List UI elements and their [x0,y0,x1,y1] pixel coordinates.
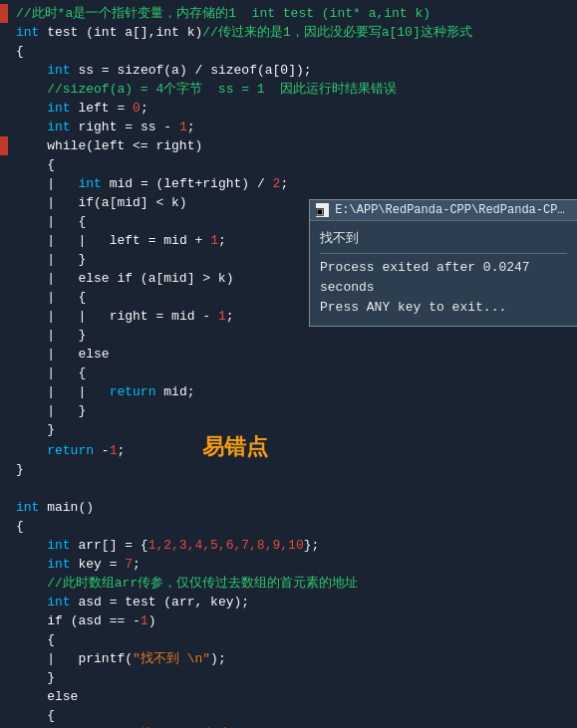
code-line: int asd = test (arr, key); [0,593,577,611]
code-line [0,479,577,498]
code-line: { [0,155,577,174]
line-text: | else [8,345,577,364]
line-text: if (asd == -1) [8,611,577,630]
line-gutter [0,231,8,250]
line-text: | } [8,401,577,420]
code-line: int left = 0; [0,99,577,118]
line-gutter [0,611,8,630]
line-gutter [0,136,8,155]
line-gutter [0,574,8,593]
line-text: { [8,517,577,536]
line-text: int arr[] = {1,2,3,4,5,6,7,8,9,10}; [8,536,577,555]
console-popup: ▣ E:\APP\RedPanda-CPP\RedPanda-CPP\co 找不… [309,199,577,327]
line-gutter [0,517,8,536]
line-gutter [0,649,8,668]
code-line: if (asd == -1) [0,611,577,630]
line-gutter [0,4,8,23]
code-line: } [0,668,577,687]
line-gutter [0,401,8,420]
line-text: } [8,460,577,479]
line-text: { [8,155,577,174]
code-line: | int mid = (left+right) / 2; [0,174,577,193]
line-text [8,479,577,498]
line-text: | | return mid; [8,382,577,401]
line-gutter [0,174,8,193]
console-line2: Process exited after 0.0247 seconds [320,258,567,298]
line-text: //此时*a是一个指针变量，内存储的1 int test (int* a,int… [8,4,577,23]
line-gutter [0,61,8,80]
line-gutter [0,269,8,288]
code-line: | } [0,401,577,420]
line-gutter [0,555,8,574]
code-line: //此时数组arr传参，仅仅传过去数组的首元素的地址 [0,574,577,593]
popup-divider [320,253,567,254]
code-line: int right = ss - 1; [0,118,577,136]
line-text: int test (int a[],int k)//传过来的是1，因此没必要写a… [8,23,577,42]
line-gutter [0,668,8,687]
console-line1: 找不到 [320,229,567,249]
line-gutter [0,593,8,611]
code-line: //此时*a是一个指针变量，内存储的1 int test (int* a,int… [0,4,577,23]
line-text: int main() [8,498,577,517]
console-line3: Press ANY key to exit... [320,298,567,318]
line-text: //sizeof(a) = 4个字节 ss = 1 因此运行时结果错误 [8,80,577,99]
line-gutter [0,99,8,118]
code-line: | printf("找不到 \n"); [0,649,577,668]
code-line: | } [0,326,577,345]
popup-titlebar: ▣ E:\APP\RedPanda-CPP\RedPanda-CPP\co [310,200,577,220]
line-gutter [0,479,8,498]
line-gutter [0,420,8,439]
line-text: return -1; 易错点 [8,439,577,460]
code-line: while(left <= right) [0,136,577,155]
line-text: int left = 0; [8,99,577,118]
line-gutter [0,382,8,401]
line-gutter [0,687,8,706]
code-editor: //此时*a是一个指针变量，内存储的1 int test (int* a,int… [0,0,577,728]
line-gutter [0,307,8,326]
code-line: | | return mid; [0,382,577,401]
line-text: } [8,668,577,687]
code-line: int ss = sizeof(a) / sizeof(a[0]); [0,61,577,80]
line-text: | int mid = (left+right) / 2; [8,174,577,193]
line-gutter [0,706,8,725]
code-line: int arr[] = {1,2,3,4,5,6,7,8,9,10}; [0,536,577,555]
code-line: | else [0,345,577,364]
line-gutter [0,460,8,479]
code-line: } [0,420,577,439]
line-text: { [8,630,577,649]
popup-title: E:\APP\RedPanda-CPP\RedPanda-CPP\co [335,203,571,217]
line-text: | { [8,364,577,382]
line-gutter [0,364,8,382]
line-gutter [0,23,8,42]
line-gutter [0,439,8,460]
line-gutter [0,193,8,212]
window-icon: ▣ [316,203,329,217]
line-text: int right = ss - 1; [8,118,577,136]
line-text: } [8,420,577,439]
line-gutter [0,155,8,174]
code-line: { [0,630,577,649]
line-text: //此时数组arr传参，仅仅传过去数组的首元素的地址 [8,574,577,593]
line-gutter [0,498,8,517]
code-line: int key = 7; [0,555,577,574]
line-text: int ss = sizeof(a) / sizeof(a[0]); [8,61,577,80]
line-gutter [0,212,8,231]
code-line: { [0,42,577,61]
line-gutter [0,536,8,555]
code-line: //sizeof(a) = 4个字节 ss = 1 因此运行时结果错误 [0,80,577,99]
line-gutter [0,80,8,99]
line-gutter [0,326,8,345]
line-text: | } [8,326,577,345]
line-text: else [8,687,577,706]
line-gutter [0,288,8,307]
line-gutter [0,42,8,61]
line-gutter [0,250,8,269]
line-gutter [0,630,8,649]
line-text: { [8,42,577,61]
line-gutter [0,118,8,136]
line-gutter [0,345,8,364]
code-line: | { [0,364,577,382]
code-line: return -1; 易错点 [0,439,577,460]
line-text: { [8,706,577,725]
code-line: { [0,706,577,725]
